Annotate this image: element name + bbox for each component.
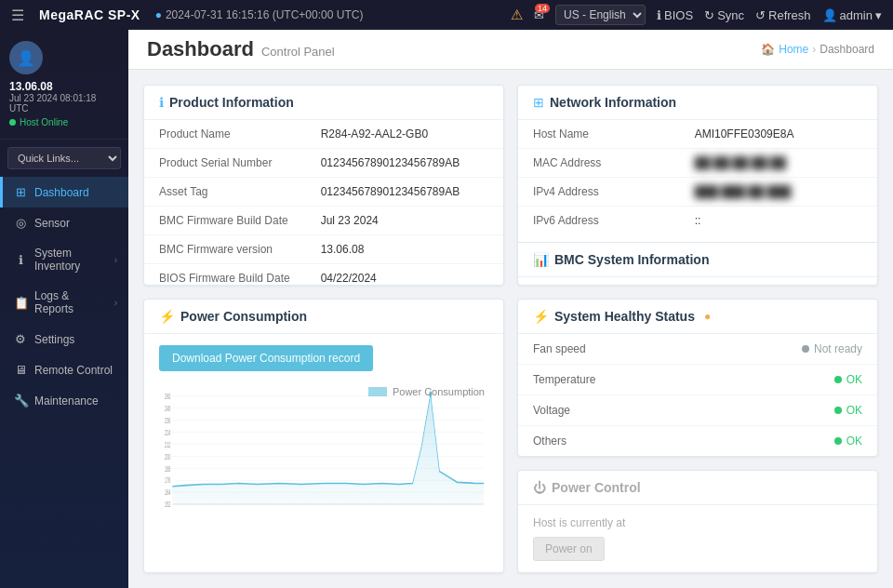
sidebar-item-sensor[interactable]: ◎ Sensor — [0, 207, 128, 238]
sidebar-item-label-system-inventory: System Inventory — [34, 247, 107, 273]
network-info-table: Host Name AMI10FFE0309E8A MAC Address ██… — [518, 120, 877, 234]
admin-dropdown-icon: ▾ — [875, 8, 882, 22]
svg-text:176: 176 — [165, 476, 171, 485]
topbar: ☰ MegaRAC SP-X ● 2024-07-31 16:15:16 (UT… — [0, 0, 893, 30]
datetime-display: ● 2024-07-31 16:15:16 (UTC+00:00 UTC) — [155, 8, 364, 21]
system-inventory-arrow-icon: › — [114, 255, 117, 265]
host-status-label: Host Online — [20, 117, 68, 127]
product-info-header: ℹ Product Information — [144, 86, 503, 120]
page-title-area: Dashboard Control Panel — [147, 37, 335, 61]
avatar: 👤 — [9, 41, 43, 74]
others-status: OK — [846, 434, 862, 448]
hostname-value: AMI10FFE0309E8A — [680, 120, 877, 149]
temperature-status: OK — [846, 373, 862, 386]
sidebar-item-dashboard[interactable]: ⊞ Dashboard — [0, 177, 128, 207]
power-control-header: ⏻ Power Control — [518, 471, 877, 505]
power-consumption-title: Power Consumption — [180, 309, 307, 324]
sidebar-item-settings[interactable]: ⚙ Settings — [0, 324, 128, 354]
sync-button[interactable]: ↻ Sync — [704, 8, 744, 22]
network-info-body: Host Name AMI10FFE0309E8A MAC Address ██… — [518, 120, 877, 234]
table-row: IPv4 Address ███ ███ ██ ███ — [518, 178, 877, 207]
network-info-card: ⊞ Network Information Host Name AMI10FFE… — [517, 85, 878, 286]
svg-text:224: 224 — [165, 428, 171, 436]
temperature-row: Temperature OK — [518, 365, 877, 395]
voltage-row: Voltage OK — [518, 395, 877, 426]
table-row: IPv6 Address :: — [518, 207, 877, 235]
bios-button[interactable]: ℹ BIOS — [657, 8, 693, 22]
temperature-indicator: OK — [834, 373, 862, 386]
bmc-system-body: Power-On Hours 1 d 2 hrs system power on… — [518, 277, 877, 286]
content-header: Dashboard Control Panel 🏠 Home › Dashboa… — [128, 30, 893, 70]
power-control-body: Host is currently at Power on — [518, 505, 877, 572]
breadcrumb-home[interactable]: Home — [779, 43, 808, 56]
refresh-button[interactable]: ↺ Refresh — [755, 8, 811, 22]
sidebar-item-system-inventory[interactable]: ℹ System Inventory › — [0, 238, 128, 281]
quicklinks-select[interactable]: Quick Links... — [7, 147, 121, 169]
dashboard-content: ℹ Product Information Product Name R284-… — [128, 70, 893, 588]
language-select[interactable]: US - English — [555, 5, 646, 25]
svg-text:212: 212 — [165, 440, 171, 448]
fan-speed-label: Fan speed — [533, 342, 802, 355]
page-subtitle: Control Panel — [261, 45, 335, 59]
settings-icon: ⚙ — [14, 332, 27, 346]
serial-number-label: Product Serial Number — [144, 149, 306, 178]
svg-text:248: 248 — [165, 404, 171, 412]
voltage-label: Voltage — [533, 404, 834, 417]
sidebar-version: 13.06.08 — [9, 80, 119, 93]
right-column: ⚡ System Healthy Status ● Fan speed Not … — [517, 299, 878, 573]
table-row: BIOS Firmware Build Date 04/22/2024 — [144, 264, 503, 287]
others-row: Others OK — [518, 426, 877, 456]
power-on-button[interactable]: Power on — [533, 537, 605, 561]
remote-control-icon: 🖥 — [14, 363, 27, 377]
voltage-indicator: OK — [834, 404, 862, 417]
bios-build-date-label: BIOS Firmware Build Date — [144, 264, 306, 287]
power-control-card: ⏻ Power Control Host is currently at Pow… — [517, 470, 878, 573]
network-info-header: ⊞ Network Information — [518, 86, 877, 120]
sidebar-item-maintenance[interactable]: 🔧 Maintenance — [0, 385, 128, 416]
sidebar-date: Jul 23 2024 08:01:18 — [9, 93, 119, 103]
logs-arrow-icon: › — [114, 298, 117, 308]
topbar-actions: ⚠ ✉14 US - English ℹ BIOS ↻ Sync ↺ Refre… — [511, 5, 882, 25]
power-control-title: Power Control — [552, 480, 641, 495]
chart-legend: Power Consumption — [368, 386, 485, 397]
sidebar-item-logs-reports[interactable]: 📋 Logs & Reports › — [0, 281, 128, 324]
others-indicator: OK — [834, 434, 862, 448]
serial-number-value: 01234567890123456789AB — [306, 149, 503, 178]
sidebar-item-remote-control[interactable]: 🖥 Remote Control — [0, 354, 128, 385]
admin-button[interactable]: 👤 admin ▾ — [822, 8, 882, 22]
bmc-system-icon: 📊 — [533, 252, 549, 267]
sync-icon: ↻ — [704, 8, 714, 22]
asset-tag-value: 01234567890123456789AB — [306, 178, 503, 207]
mail-icon[interactable]: ✉14 — [534, 8, 544, 22]
svg-text:260: 260 — [165, 392, 171, 400]
product-info-card: ℹ Product Information Product Name R284-… — [143, 85, 504, 286]
alert-icon[interactable]: ⚠ — [511, 7, 523, 23]
bmc-system-title: BMC System Information — [554, 252, 709, 267]
quicklinks-area: Quick Links... — [0, 140, 128, 177]
mac-address-label: MAC Address — [518, 149, 680, 178]
host-currently-at-text: Host is currently at — [533, 516, 862, 529]
sidebar-item-label-maintenance: Maintenance — [34, 394, 117, 408]
fan-speed-dot — [802, 345, 809, 353]
host-status-dot — [9, 119, 16, 126]
fan-speed-status: Not ready — [814, 342, 862, 355]
sidebar: 👤 13.06.08 Jul 23 2024 08:01:18 UTC Host… — [0, 30, 128, 588]
chart-container: Power Consumption — [144, 379, 503, 537]
app-title: MegaRAC SP-X — [39, 7, 140, 22]
system-healthy-body: Fan speed Not ready Temperature OK — [518, 334, 877, 456]
asset-tag-label: Asset Tag — [144, 178, 306, 207]
breadcrumb-current: Dashboard — [820, 43, 874, 56]
others-dot — [834, 437, 842, 445]
breadcrumb-separator: › — [812, 43, 816, 56]
system-healthy-title: System Healthy Status — [554, 309, 695, 324]
breadcrumb: 🏠 Home › Dashboard — [761, 43, 874, 56]
bmc-power-on-hours-row: Power-On Hours 1 d 2 hrs — [518, 277, 877, 286]
sidebar-item-label-dashboard: Dashboard — [34, 186, 117, 199]
download-power-button[interactable]: Download Power Consumption record — [159, 345, 373, 371]
bios-build-date-value: 04/22/2024 — [306, 264, 503, 287]
hamburger-icon[interactable]: ☰ — [11, 7, 24, 24]
bmc-build-date-label: BMC Firmware Build Date — [144, 207, 306, 235]
power-control-icon: ⏻ — [533, 480, 546, 495]
bmc-system-header: 📊 BMC System Information — [518, 242, 877, 277]
table-row: Asset Tag 01234567890123456789AB — [144, 178, 503, 207]
